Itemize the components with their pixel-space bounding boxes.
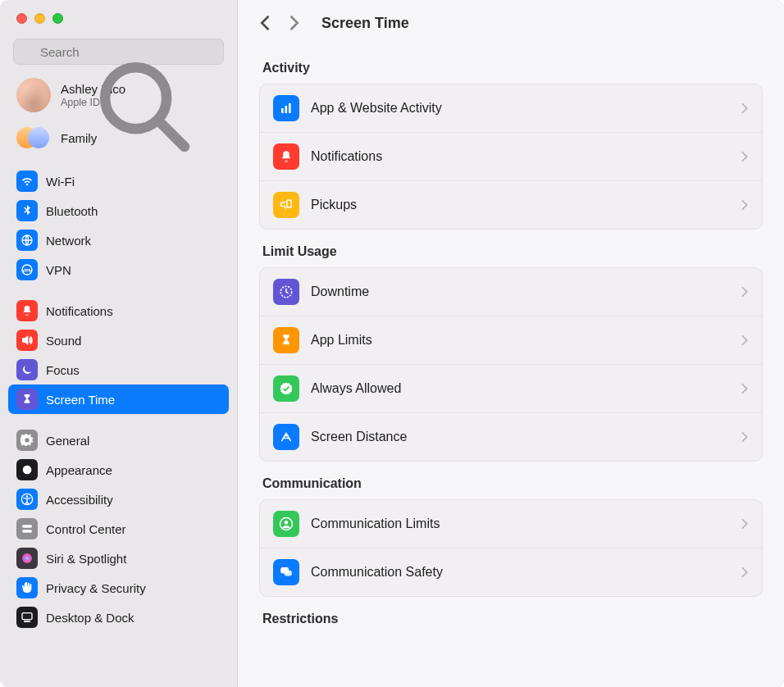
row-label: Always Allowed: [311, 381, 729, 396]
sidebar-item-label: Focus: [46, 363, 80, 377]
clock-icon: [273, 279, 299, 305]
siri-icon: [16, 548, 38, 569]
sidebar-item-sound[interactable]: Sound: [8, 325, 229, 355]
main-panel: Screen Time Activity App & Website Activ…: [238, 0, 784, 687]
card-communication: Communication LimitsCommunication Safety: [259, 499, 763, 597]
sidebar-item-notifications[interactable]: Notifications: [8, 296, 229, 325]
section-header-limit-usage: Limit Usage: [262, 244, 759, 259]
dock-icon: [16, 607, 38, 628]
row-notifications[interactable]: Notifications: [260, 132, 762, 180]
titlebar: Screen Time: [238, 0, 784, 46]
chevron-right-icon: [741, 286, 749, 298]
row-app-limits[interactable]: App Limits: [260, 316, 762, 364]
bell-icon: [16, 300, 38, 321]
sidebar-item-label: Desktop & Dock: [46, 611, 134, 625]
settings-window: Ashley Rico Apple ID Family Wi-FiBluetoo…: [0, 0, 784, 687]
chevron-right-icon: [741, 431, 749, 443]
section-header-communication: Communication: [262, 476, 759, 491]
row-screen-distance[interactable]: Screen Distance: [260, 412, 762, 461]
row-communication-limits[interactable]: Communication Limits: [260, 500, 762, 548]
row-app-website-activity[interactable]: App & Website Activity: [260, 84, 762, 132]
sidebar-item-label: VPN: [46, 263, 71, 277]
chevron-right-icon: [741, 566, 749, 578]
search-container: [13, 39, 224, 65]
row-downtime[interactable]: Downtime: [260, 268, 762, 316]
chevron-right-icon: [741, 518, 749, 530]
close-window-button[interactable]: [16, 13, 27, 24]
chevron-right-icon: [741, 383, 749, 394]
sidebar-item-label: Appearance: [46, 463, 112, 477]
sidebar-item-privacy-security[interactable]: Privacy & Security: [8, 573, 229, 603]
row-label: App & Website Activity: [311, 101, 729, 116]
sidebar: Ashley Rico Apple ID Family Wi-FiBluetoo…: [0, 0, 238, 687]
section-header-activity: Activity: [262, 61, 759, 75]
forward-button[interactable]: [285, 14, 303, 32]
chevron-right-icon: [741, 102, 749, 114]
sidebar-item-screen-time[interactable]: Screen Time: [8, 384, 229, 414]
sidebar-item-label: Control Center: [46, 522, 126, 536]
hourglass-icon: [16, 389, 38, 410]
row-always-allowed[interactable]: Always Allowed: [260, 364, 762, 412]
person-icon: [273, 511, 299, 537]
card-activity: App & Website ActivityNotificationsPicku…: [259, 84, 763, 230]
distance-icon: [273, 424, 299, 450]
row-label: Communication Safety: [311, 565, 729, 580]
zoom-window-button[interactable]: [52, 13, 63, 24]
sidebar-item-label: Accessibility: [46, 493, 113, 507]
hourglass-icon: [273, 327, 299, 353]
hand-icon: [16, 577, 38, 598]
family-icon: [16, 125, 51, 150]
sidebar-item-label: Siri & Spotlight: [46, 552, 126, 566]
sidebar-item-accessibility[interactable]: Accessibility: [8, 485, 229, 514]
search-icon: [21, 44, 34, 58]
content-scroll[interactable]: Activity App & Website ActivityNotificat…: [238, 46, 784, 687]
sidebar-item-vpn[interactable]: VPN: [8, 255, 229, 284]
sidebar-item-label: Screen Time: [46, 393, 115, 407]
row-label: Downtime: [311, 284, 729, 299]
sidebar-item-general[interactable]: General: [8, 425, 229, 455]
check-icon: [273, 375, 299, 402]
wifi-icon: [16, 171, 38, 192]
sidebar-item-wi-fi[interactable]: Wi-Fi: [8, 166, 229, 196]
globe-icon: [16, 230, 38, 251]
window-controls: [0, 0, 237, 32]
chatbubbles-icon: [273, 559, 299, 585]
bell-icon: [273, 143, 299, 170]
accessibility-icon: [16, 489, 38, 510]
barchart-icon: [273, 95, 299, 121]
card-limit-usage: DowntimeApp LimitsAlways AllowedScreen D…: [259, 267, 763, 462]
sidebar-item-label: Wi-Fi: [46, 175, 75, 189]
gear-icon: [16, 430, 38, 451]
sidebar-item-label: Notifications: [46, 304, 113, 318]
bluetooth-icon: [16, 200, 38, 221]
sidebar-item-focus[interactable]: Focus: [8, 355, 229, 384]
sidebar-item-label: Network: [46, 234, 91, 248]
appearance-icon: [16, 459, 38, 480]
sidebar-item-bluetooth[interactable]: Bluetooth: [8, 196, 229, 225]
sidebar-item-appearance[interactable]: Appearance: [8, 455, 229, 485]
sidebar-item-network[interactable]: Network: [8, 225, 229, 255]
row-label: App Limits: [311, 333, 729, 348]
chevron-right-icon: [741, 199, 749, 211]
row-pickups[interactable]: Pickups: [260, 180, 762, 229]
section-header-restrictions: Restrictions: [262, 612, 759, 626]
row-label: Screen Distance: [311, 430, 729, 444]
page-title: Screen Time: [321, 15, 409, 32]
sound-icon: [16, 330, 38, 351]
pickup-icon: [273, 192, 299, 218]
moon-icon: [16, 359, 38, 380]
back-button[interactable]: [256, 14, 274, 32]
sidebar-item-siri-spotlight[interactable]: Siri & Spotlight: [8, 544, 229, 573]
minimize-window-button[interactable]: [34, 13, 45, 24]
sidebar-item-control-center[interactable]: Control Center: [8, 514, 229, 544]
vpn-icon: [16, 259, 38, 280]
row-communication-safety[interactable]: Communication Safety: [260, 548, 762, 596]
avatar: [16, 78, 51, 112]
sidebar-item-label: Bluetooth: [46, 204, 98, 218]
row-label: Notifications: [311, 149, 729, 164]
row-label: Pickups: [311, 198, 729, 212]
sidebar-item-label: Sound: [46, 334, 81, 348]
sidebar-item-label: Privacy & Security: [46, 581, 146, 595]
chevron-right-icon: [741, 334, 749, 346]
sidebar-item-desktop-dock[interactable]: Desktop & Dock: [8, 603, 229, 632]
